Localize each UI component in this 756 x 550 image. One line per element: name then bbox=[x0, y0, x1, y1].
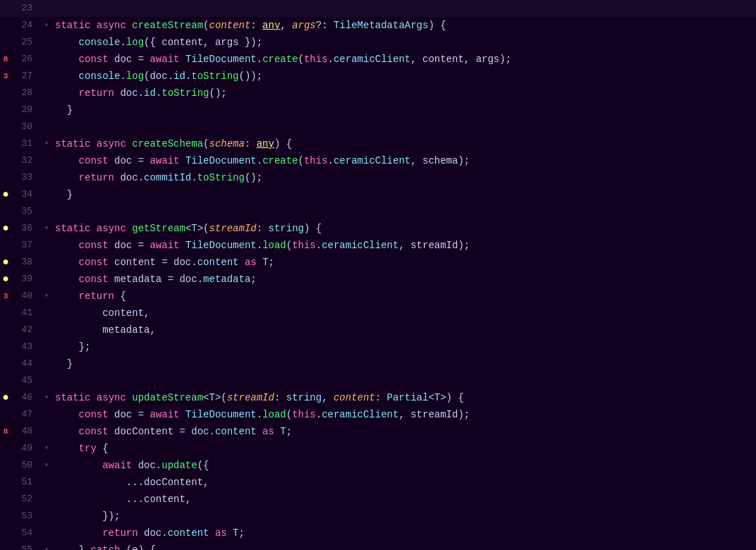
line-num-45: 45 bbox=[13, 372, 41, 389]
code-area: 23 24 ▾ static async createStream(conten… bbox=[0, 0, 756, 550]
gutter-36: ● bbox=[0, 220, 13, 237]
fold-36[interactable]: ▾ bbox=[41, 220, 52, 237]
line-num-30: 30 bbox=[13, 118, 41, 135]
line-num-23: 23 bbox=[13, 0, 41, 17]
code-content-44: } bbox=[52, 355, 756, 372]
code-row: 49 ▾ try { bbox=[0, 440, 756, 457]
fold-31[interactable]: ▾ bbox=[41, 135, 52, 152]
code-content-52: ...content, bbox=[52, 491, 756, 508]
gutter-40: 3 bbox=[0, 288, 13, 305]
code-row: 51 ...docContent, bbox=[0, 474, 756, 491]
line-num-26: 26 bbox=[13, 51, 41, 68]
code-row: 55 ▾ } catch (e) { bbox=[0, 542, 756, 550]
code-content-48: const docContent = doc.content as T; bbox=[52, 423, 756, 440]
fold-40[interactable]: ▾ bbox=[41, 288, 52, 305]
code-row: ● 39 const metadata = doc.metadata; bbox=[0, 271, 756, 288]
code-content-53: }); bbox=[52, 508, 756, 525]
line-num-41: 41 bbox=[13, 305, 41, 322]
code-row: 25 console.log({ content, args }); bbox=[0, 34, 756, 51]
code-content-42: metadata, bbox=[52, 322, 756, 338]
line-num-42: 42 bbox=[13, 322, 41, 338]
code-content-34: } bbox=[52, 186, 756, 203]
line-num-32: 32 bbox=[13, 152, 41, 169]
line-num-53: 53 bbox=[13, 508, 41, 525]
gutter-38: ● bbox=[0, 254, 13, 271]
code-content-40: return { bbox=[52, 288, 756, 305]
line-num-51: 51 bbox=[13, 474, 41, 491]
fold-49[interactable]: ▾ bbox=[41, 440, 52, 457]
line-num-36: 36 bbox=[13, 220, 41, 237]
line-num-33: 33 bbox=[13, 169, 41, 186]
line-num-34: 34 bbox=[13, 186, 41, 203]
code-row: 53 }); bbox=[0, 508, 756, 525]
code-content-54: return doc.content as T; bbox=[52, 525, 756, 542]
code-content-33: return doc.commitId.toString(); bbox=[52, 169, 756, 186]
fold-24[interactable]: ▾ bbox=[41, 17, 52, 34]
code-content-24: static async createStream(content: any, … bbox=[52, 17, 756, 34]
code-row: 54 return doc.content as T; bbox=[0, 525, 756, 542]
code-row: 31 ▾ static async createSchema(schema: a… bbox=[0, 135, 756, 152]
code-content-36: static async getStream<T>(streamId: stri… bbox=[52, 220, 756, 237]
gutter-48: 8 bbox=[0, 423, 13, 440]
line-num-37: 37 bbox=[13, 237, 41, 254]
line-num-55: 55 bbox=[13, 542, 41, 550]
line-num-25: 25 bbox=[13, 34, 41, 51]
code-row: 47 const doc = await TileDocument.load(t… bbox=[0, 406, 756, 423]
code-row: ● 36 ▾ static async getStream<T>(streamI… bbox=[0, 220, 756, 237]
gutter-46: ● bbox=[0, 389, 13, 406]
code-row: 43 }; bbox=[0, 338, 756, 355]
gutter-34: ● bbox=[0, 186, 13, 203]
code-row: 8 26 const doc = await TileDocument.crea… bbox=[0, 51, 756, 68]
code-row: ● 34 } bbox=[0, 186, 756, 203]
line-num-48: 48 bbox=[13, 423, 41, 440]
line-num-38: 38 bbox=[13, 254, 41, 271]
line-num-43: 43 bbox=[13, 338, 41, 355]
code-content-26: const doc = await TileDocument.create(th… bbox=[52, 51, 756, 68]
code-content-49: try { bbox=[52, 440, 756, 457]
code-content-47: const doc = await TileDocument.load(this… bbox=[52, 406, 756, 423]
line-num-39: 39 bbox=[13, 271, 41, 288]
code-row: 28 return doc.id.toString(); bbox=[0, 85, 756, 102]
gutter-27: 3 bbox=[0, 68, 13, 85]
code-row: 50 ▾ await doc.update({ bbox=[0, 457, 756, 474]
code-content-41: content, bbox=[52, 305, 756, 322]
line-num-46: 46 bbox=[13, 389, 41, 406]
line-num-40: 40 bbox=[13, 288, 41, 305]
code-row: 8 48 const docContent = doc.content as T… bbox=[0, 423, 756, 440]
code-row: 41 content, bbox=[0, 305, 756, 322]
gutter-39: ● bbox=[0, 271, 13, 288]
code-row: 24 ▾ static async createStream(content: … bbox=[0, 17, 756, 34]
code-row: ● 38 const content = doc.content as T; bbox=[0, 254, 756, 271]
line-num-54: 54 bbox=[13, 525, 41, 542]
code-row: 42 metadata, bbox=[0, 322, 756, 338]
code-row: 3 40 ▾ return { bbox=[0, 288, 756, 305]
fold-50[interactable]: ▾ bbox=[41, 457, 52, 474]
code-content-38: const content = doc.content as T; bbox=[52, 254, 756, 271]
code-content-46: static async updateStream<T>(streamId: s… bbox=[52, 389, 756, 406]
code-content-31: static async createSchema(schema: any) { bbox=[52, 135, 756, 152]
fold-55[interactable]: ▾ bbox=[41, 542, 52, 550]
line-num-35: 35 bbox=[13, 203, 41, 220]
line-num-27: 27 bbox=[13, 68, 41, 85]
line-num-28: 28 bbox=[13, 85, 41, 102]
code-editor: 23 24 ▾ static async createStream(conten… bbox=[0, 0, 756, 550]
code-row: 23 bbox=[0, 0, 756, 17]
code-content-29: } bbox=[52, 102, 756, 118]
line-num-31: 31 bbox=[13, 135, 41, 152]
code-content-39: const metadata = doc.metadata; bbox=[52, 271, 756, 288]
code-row: 45 bbox=[0, 372, 756, 389]
code-content-50: await doc.update({ bbox=[52, 457, 756, 474]
code-row: 30 bbox=[0, 118, 756, 135]
code-content-28: return doc.id.toString(); bbox=[52, 85, 756, 102]
code-row: 52 ...content, bbox=[0, 491, 756, 508]
code-content-51: ...docContent, bbox=[52, 474, 756, 491]
code-row: ● 46 ▾ static async updateStream<T>(stre… bbox=[0, 389, 756, 406]
code-row: 3 27 console.log(doc.id.toString()); bbox=[0, 68, 756, 85]
line-num-24: 24 bbox=[13, 17, 41, 34]
line-num-44: 44 bbox=[13, 355, 41, 372]
code-row: 32 const doc = await TileDocument.create… bbox=[0, 152, 756, 169]
fold-46[interactable]: ▾ bbox=[41, 389, 52, 406]
code-content-43: }; bbox=[52, 338, 756, 355]
gutter-26: 8 bbox=[0, 51, 13, 68]
code-row: 35 bbox=[0, 203, 756, 220]
